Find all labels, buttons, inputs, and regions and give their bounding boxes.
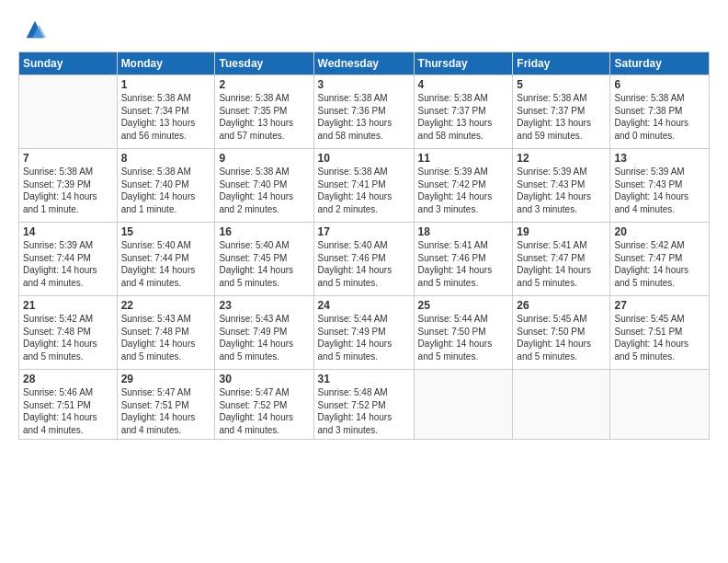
calendar-header-row: SundayMondayTuesdayWednesdayThursdayFrid…	[19, 52, 710, 75]
day-info: Sunrise: 5:44 AM Sunset: 7:49 PM Dayligh…	[318, 313, 410, 362]
day-info: Sunrise: 5:38 AM Sunset: 7:40 PM Dayligh…	[219, 166, 309, 215]
calendar-cell: 22Sunrise: 5:43 AM Sunset: 7:48 PM Dayli…	[117, 296, 215, 370]
calendar-cell	[513, 370, 610, 440]
calendar-week-3: 14Sunrise: 5:39 AM Sunset: 7:44 PM Dayli…	[19, 223, 710, 296]
calendar-cell: 12Sunrise: 5:39 AM Sunset: 7:43 PM Dayli…	[513, 149, 610, 223]
day-number: 27	[614, 299, 705, 312]
calendar-cell: 10Sunrise: 5:38 AM Sunset: 7:41 PM Dayli…	[313, 149, 414, 223]
day-info: Sunrise: 5:45 AM Sunset: 7:50 PM Dayligh…	[517, 313, 606, 362]
day-number: 19	[517, 225, 606, 238]
calendar-cell: 27Sunrise: 5:45 AM Sunset: 7:51 PM Dayli…	[610, 296, 710, 370]
day-info: Sunrise: 5:40 AM Sunset: 7:46 PM Dayligh…	[318, 239, 410, 289]
day-info: Sunrise: 5:41 AM Sunset: 7:47 PM Dayligh…	[517, 239, 606, 289]
day-info: Sunrise: 5:39 AM Sunset: 7:43 PM Dayligh…	[614, 166, 705, 215]
day-number: 9	[219, 152, 309, 165]
day-number: 11	[418, 152, 509, 165]
day-info: Sunrise: 5:48 AM Sunset: 7:52 PM Dayligh…	[318, 386, 410, 436]
calendar-cell: 11Sunrise: 5:39 AM Sunset: 7:42 PM Dayli…	[414, 149, 513, 223]
day-number: 29	[121, 373, 211, 385]
day-info: Sunrise: 5:47 AM Sunset: 7:51 PM Dayligh…	[121, 386, 211, 436]
day-info: Sunrise: 5:40 AM Sunset: 7:45 PM Dayligh…	[219, 239, 309, 289]
day-info: Sunrise: 5:38 AM Sunset: 7:38 PM Dayligh…	[614, 92, 705, 142]
day-number: 13	[614, 152, 705, 165]
calendar-header-monday: Monday	[117, 52, 215, 75]
day-info: Sunrise: 5:42 AM Sunset: 7:48 PM Dayligh…	[23, 313, 113, 362]
day-number: 16	[219, 225, 309, 238]
calendar-cell: 31Sunrise: 5:48 AM Sunset: 7:52 PM Dayli…	[313, 370, 414, 440]
calendar-cell: 18Sunrise: 5:41 AM Sunset: 7:46 PM Dayli…	[414, 223, 513, 296]
calendar-cell: 21Sunrise: 5:42 AM Sunset: 7:48 PM Dayli…	[19, 296, 118, 370]
day-number: 21	[23, 299, 113, 312]
day-number: 26	[517, 299, 606, 312]
day-number: 8	[121, 152, 211, 165]
day-number: 10	[318, 152, 410, 165]
day-number: 20	[614, 225, 705, 238]
calendar-cell: 13Sunrise: 5:39 AM Sunset: 7:43 PM Dayli…	[610, 149, 710, 223]
day-number: 24	[318, 299, 410, 312]
calendar-cell: 8Sunrise: 5:38 AM Sunset: 7:40 PM Daylig…	[117, 149, 215, 223]
calendar-cell: 7Sunrise: 5:38 AM Sunset: 7:39 PM Daylig…	[19, 149, 118, 223]
day-number: 14	[23, 225, 113, 238]
day-info: Sunrise: 5:38 AM Sunset: 7:37 PM Dayligh…	[517, 92, 606, 142]
calendar-header-sunday: Sunday	[19, 52, 118, 75]
calendar-cell: 24Sunrise: 5:44 AM Sunset: 7:49 PM Dayli…	[313, 296, 414, 370]
calendar-cell	[19, 75, 118, 149]
day-info: Sunrise: 5:43 AM Sunset: 7:49 PM Dayligh…	[219, 313, 309, 362]
day-info: Sunrise: 5:38 AM Sunset: 7:41 PM Dayligh…	[318, 166, 410, 215]
day-info: Sunrise: 5:38 AM Sunset: 7:37 PM Dayligh…	[418, 92, 509, 142]
calendar-cell: 25Sunrise: 5:44 AM Sunset: 7:50 PM Dayli…	[414, 296, 513, 370]
day-info: Sunrise: 5:39 AM Sunset: 7:42 PM Dayligh…	[418, 166, 509, 215]
day-info: Sunrise: 5:38 AM Sunset: 7:34 PM Dayligh…	[121, 92, 211, 142]
calendar-cell: 20Sunrise: 5:42 AM Sunset: 7:47 PM Dayli…	[610, 223, 710, 296]
day-number: 12	[517, 152, 606, 165]
day-info: Sunrise: 5:43 AM Sunset: 7:48 PM Dayligh…	[121, 313, 211, 362]
day-number: 17	[318, 225, 410, 238]
day-number: 18	[418, 225, 509, 238]
calendar-table: SundayMondayTuesdayWednesdayThursdayFrid…	[18, 52, 710, 440]
calendar-cell: 2Sunrise: 5:38 AM Sunset: 7:35 PM Daylig…	[215, 75, 313, 149]
day-number: 28	[23, 373, 113, 385]
header	[18, 17, 710, 42]
logo-icon	[22, 17, 48, 42]
calendar-cell: 23Sunrise: 5:43 AM Sunset: 7:49 PM Dayli…	[215, 296, 313, 370]
day-number: 25	[418, 299, 509, 312]
day-info: Sunrise: 5:46 AM Sunset: 7:51 PM Dayligh…	[23, 386, 113, 436]
calendar-cell: 29Sunrise: 5:47 AM Sunset: 7:51 PM Dayli…	[117, 370, 215, 440]
calendar-header-wednesday: Wednesday	[313, 52, 414, 75]
day-info: Sunrise: 5:38 AM Sunset: 7:40 PM Dayligh…	[121, 166, 211, 215]
day-info: Sunrise: 5:38 AM Sunset: 7:36 PM Dayligh…	[318, 92, 410, 142]
calendar-cell: 15Sunrise: 5:40 AM Sunset: 7:44 PM Dayli…	[117, 223, 215, 296]
calendar-cell: 5Sunrise: 5:38 AM Sunset: 7:37 PM Daylig…	[513, 75, 610, 149]
day-info: Sunrise: 5:39 AM Sunset: 7:43 PM Dayligh…	[517, 166, 606, 215]
calendar-week-1: 1Sunrise: 5:38 AM Sunset: 7:34 PM Daylig…	[19, 75, 710, 149]
day-number: 31	[318, 373, 410, 385]
day-info: Sunrise: 5:41 AM Sunset: 7:46 PM Dayligh…	[418, 239, 509, 289]
calendar-cell: 3Sunrise: 5:38 AM Sunset: 7:36 PM Daylig…	[313, 75, 414, 149]
calendar-week-5: 28Sunrise: 5:46 AM Sunset: 7:51 PM Dayli…	[19, 370, 710, 440]
calendar-cell: 16Sunrise: 5:40 AM Sunset: 7:45 PM Dayli…	[215, 223, 313, 296]
calendar-header-tuesday: Tuesday	[215, 52, 313, 75]
calendar-header-saturday: Saturday	[610, 52, 710, 75]
day-info: Sunrise: 5:39 AM Sunset: 7:44 PM Dayligh…	[23, 239, 113, 289]
day-number: 3	[318, 78, 410, 91]
day-number: 7	[23, 152, 113, 165]
day-number: 4	[418, 78, 509, 91]
logo	[18, 17, 48, 42]
day-number: 23	[219, 299, 309, 312]
day-info: Sunrise: 5:38 AM Sunset: 7:39 PM Dayligh…	[23, 166, 113, 215]
calendar-cell: 6Sunrise: 5:38 AM Sunset: 7:38 PM Daylig…	[610, 75, 710, 149]
day-number: 2	[219, 78, 309, 91]
day-info: Sunrise: 5:40 AM Sunset: 7:44 PM Dayligh…	[121, 239, 211, 289]
calendar-cell: 17Sunrise: 5:40 AM Sunset: 7:46 PM Dayli…	[313, 223, 414, 296]
day-info: Sunrise: 5:44 AM Sunset: 7:50 PM Dayligh…	[418, 313, 509, 362]
calendar-header-friday: Friday	[513, 52, 610, 75]
day-number: 15	[121, 225, 211, 238]
day-number: 22	[121, 299, 211, 312]
page: SundayMondayTuesdayWednesdayThursdayFrid…	[0, 0, 728, 449]
calendar-header-thursday: Thursday	[414, 52, 513, 75]
calendar-cell: 28Sunrise: 5:46 AM Sunset: 7:51 PM Dayli…	[19, 370, 118, 440]
calendar-cell: 1Sunrise: 5:38 AM Sunset: 7:34 PM Daylig…	[117, 75, 215, 149]
calendar-cell: 19Sunrise: 5:41 AM Sunset: 7:47 PM Dayli…	[513, 223, 610, 296]
day-info: Sunrise: 5:47 AM Sunset: 7:52 PM Dayligh…	[219, 386, 309, 436]
calendar-week-2: 7Sunrise: 5:38 AM Sunset: 7:39 PM Daylig…	[19, 149, 710, 223]
